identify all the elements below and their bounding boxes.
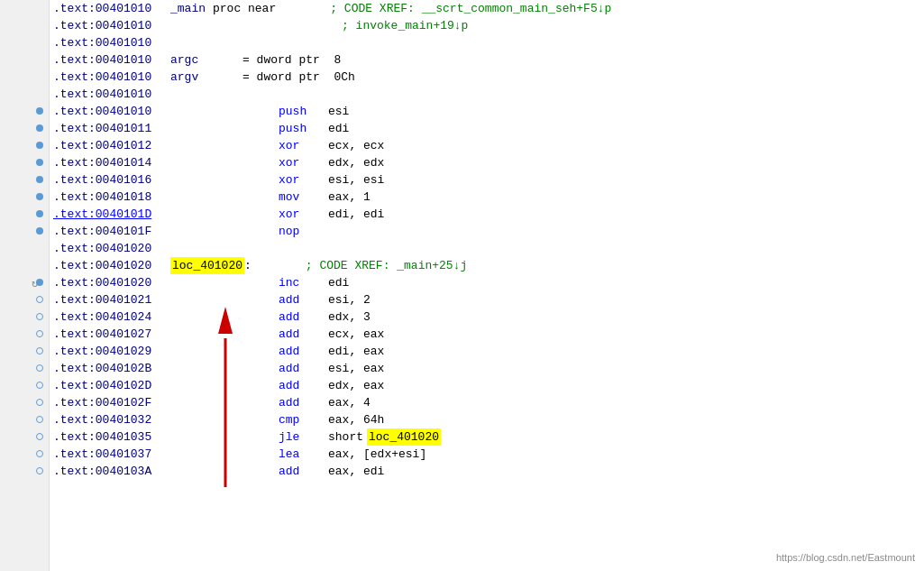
addr: .text:00401029 xyxy=(53,343,170,360)
line: .text:00401018moveax, 1 xyxy=(53,189,924,206)
label: loc_401020 xyxy=(170,257,244,274)
operand: esi, 2 xyxy=(328,291,371,309)
breakpoint-dot[interactable] xyxy=(36,347,43,355)
line: .text:00401020loc_401020:; CODE XREF: _m… xyxy=(53,257,924,274)
line: .text:00401010argv= dword ptr 0Ch xyxy=(53,69,924,86)
mnemonic: add xyxy=(279,463,328,480)
breakpoint-dot[interactable] xyxy=(36,450,43,457)
breakpoint-dot[interactable] xyxy=(36,124,43,132)
operand: esi xyxy=(328,103,349,120)
mnemonic: xor xyxy=(279,171,328,189)
line: .text:00401032cmpeax, 64h xyxy=(53,411,924,428)
operand-highlighted: loc_401020 xyxy=(367,428,441,446)
breakpoint-dot[interactable] xyxy=(36,382,43,389)
mnemonic: xor xyxy=(279,137,328,154)
mnemonic: add xyxy=(279,291,328,309)
mnemonic: add xyxy=(279,343,328,360)
operand: edi xyxy=(328,120,349,137)
comment: ; CODE XREF: _main+25↓j xyxy=(306,257,467,274)
line: .text:00401020incedi xyxy=(53,274,924,291)
operand: eax, 64h xyxy=(328,411,384,428)
addr: .text:00401021 xyxy=(53,291,170,309)
addr: .text:00401010 xyxy=(53,51,170,69)
var-value: = dword ptr 8 xyxy=(242,51,341,69)
operand: ecx, ecx xyxy=(328,137,384,154)
operand-prefix: short xyxy=(328,428,363,446)
mnemonic: mov xyxy=(279,189,328,206)
breakpoint-dot[interactable] xyxy=(36,467,43,474)
line: .text:00401010argc= dword ptr 8 xyxy=(53,51,924,69)
gutter: ↻ xyxy=(0,0,50,571)
operand: edx, 3 xyxy=(328,309,371,326)
operand: edx, eax xyxy=(328,377,384,394)
breakpoint-dot[interactable] xyxy=(36,296,43,303)
mnemonic: xor xyxy=(279,154,328,171)
label-colon: : xyxy=(244,257,252,274)
breakpoint-dot[interactable] xyxy=(36,313,43,320)
operand: edi xyxy=(328,274,349,291)
breakpoint-dot[interactable] xyxy=(36,399,43,406)
line: .text:00401010; invoke_main+19↓p xyxy=(53,17,924,34)
mnemonic: add xyxy=(279,394,328,411)
var-value: = dword ptr 0Ch xyxy=(242,69,355,86)
operand: esi, eax xyxy=(328,360,384,377)
addr: .text:00401012 xyxy=(53,137,170,154)
operand: eax, [edx+esi] xyxy=(328,446,426,463)
addr: .text:00401024 xyxy=(53,309,170,326)
addr: .text:0040103A xyxy=(53,463,170,480)
line: .text:0040102Faddeax, 4 xyxy=(53,394,924,411)
proc-name: _main xyxy=(170,0,206,17)
mnemonic: add xyxy=(279,309,328,326)
line: .text:00401029addedi, eax xyxy=(53,343,924,360)
addr: .text:00401010 xyxy=(53,0,170,17)
line: .text:00401010pushesi xyxy=(53,103,924,120)
addr: .text:00401010 xyxy=(53,69,170,86)
breakpoint-dot[interactable] xyxy=(36,159,43,166)
operand: esi, esi xyxy=(328,171,384,189)
mnemonic: add xyxy=(279,360,328,377)
addr: .text:00401020 xyxy=(53,240,170,257)
breakpoint-dot[interactable] xyxy=(36,193,43,200)
watermark: https://blog.csdn.net/Eastmount xyxy=(776,549,915,566)
operand: edi, edi xyxy=(328,206,384,223)
addr: .text:00401020 xyxy=(53,274,170,291)
mnemonic: nop xyxy=(279,223,328,240)
line: .text:00401012xorecx, ecx xyxy=(53,137,924,154)
addr: .text:00401010 xyxy=(53,17,170,34)
mnemonic: push xyxy=(279,103,328,120)
addr: .text:0040102B xyxy=(53,360,170,377)
breakpoint-dot[interactable] xyxy=(36,176,43,183)
line: .text:0040102Daddedx, eax xyxy=(53,377,924,394)
addr: .text:0040102D xyxy=(53,377,170,394)
breakpoint-dot[interactable] xyxy=(36,210,43,217)
addr: .text:00401027 xyxy=(53,326,170,343)
addr: .text:00401016 xyxy=(53,171,170,189)
breakpoint-dot[interactable] xyxy=(36,142,43,149)
addr: .text:00401014 xyxy=(53,154,170,171)
line: .text:00401010 xyxy=(53,86,924,103)
line: .text:00401011pushedi xyxy=(53,120,924,137)
breakpoint-dot[interactable] xyxy=(36,330,43,337)
addr: .text:00401018 xyxy=(53,189,170,206)
addr: .text:00401011 xyxy=(53,120,170,137)
mnemonic: lea xyxy=(279,446,328,463)
addr[interactable]: .text:0040101D xyxy=(53,206,170,223)
addr: .text:0040101F xyxy=(53,223,170,240)
breakpoint-dot[interactable] xyxy=(36,433,43,440)
line: .text:00401024addedx, 3 xyxy=(53,309,924,326)
breakpoint-dot[interactable] xyxy=(36,227,43,235)
addr: .text:00401037 xyxy=(53,446,170,463)
proc-keyword: proc near xyxy=(213,0,276,17)
line: .text:00401037leaeax, [edx+esi] xyxy=(53,446,924,463)
breakpoint-dot[interactable] xyxy=(36,107,43,115)
line: .text:00401014xoredx, edx xyxy=(53,154,924,171)
line: .text:00401020 xyxy=(53,240,924,257)
comment: ; invoke_main+19↓p xyxy=(342,17,468,34)
mnemonic: xor xyxy=(279,206,328,223)
addr: .text:00401035 xyxy=(53,428,170,446)
addr: .text:00401010 xyxy=(53,103,170,120)
breakpoint-dot[interactable] xyxy=(36,416,43,423)
breakpoint-dot[interactable] xyxy=(36,364,43,372)
line: .text:0040103Aaddeax, edi xyxy=(53,463,924,480)
operand: ecx, eax xyxy=(328,326,384,343)
